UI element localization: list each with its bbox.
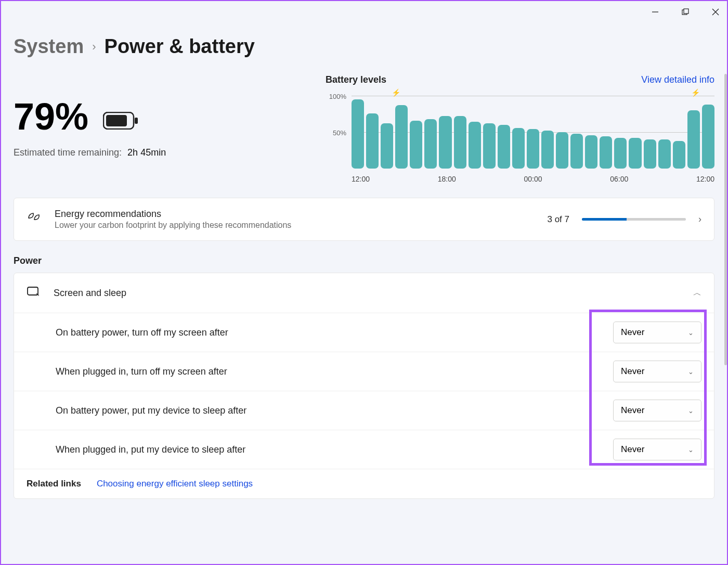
scrollbar[interactable] <box>724 74 727 365</box>
chart-xlabel: 00:00 <box>524 175 542 183</box>
titlebar <box>1 1 727 23</box>
charging-icon: ⚡ <box>691 88 700 97</box>
chart-bar <box>498 125 510 169</box>
chart-bar <box>424 119 437 169</box>
chart-bar <box>629 138 641 169</box>
energy-subtitle: Lower your carbon footprint by applying … <box>55 221 535 230</box>
chart-bar <box>585 135 597 169</box>
dropdown-value: Never <box>621 444 644 455</box>
chart-xlabel: 12:00 <box>352 175 370 183</box>
related-link[interactable]: Choosing energy efficient sleep settings <box>97 479 253 489</box>
chevron-right-icon: › <box>92 40 96 54</box>
chart-bar <box>366 113 379 169</box>
chart-bar <box>644 139 656 169</box>
screen-sleep-expander: Screen and sleep ︿ On battery power, tur… <box>14 273 714 499</box>
chart-bar <box>454 116 466 169</box>
battery-chart: Battery levels View detailed info 100% 5… <box>326 74 714 183</box>
setting-label: On battery power, turn off my screen aft… <box>56 327 613 338</box>
chart-bar <box>410 121 422 169</box>
maximize-button[interactable] <box>678 5 693 19</box>
chart-bar <box>395 105 408 169</box>
energy-count: 3 of 7 <box>547 214 569 225</box>
charging-icon: ⚡ <box>392 88 400 97</box>
screen-off-battery-dropdown[interactable]: Never ⌄ <box>613 322 701 343</box>
chart-bar <box>439 116 451 169</box>
minimize-button[interactable] <box>648 5 662 19</box>
chart-bar <box>570 134 583 169</box>
screen-sleep-header[interactable]: Screen and sleep ︿ <box>14 273 714 313</box>
battery-icon <box>103 95 138 138</box>
chart-bar <box>352 99 364 169</box>
dropdown-value: Never <box>621 366 644 377</box>
chart-bar <box>687 110 700 169</box>
power-section-label: Power <box>14 255 714 266</box>
chart-title: Battery levels <box>326 74 386 85</box>
dropdown-value: Never <box>621 405 644 416</box>
chart-bar <box>614 138 627 169</box>
breadcrumb-parent[interactable]: System <box>14 35 84 58</box>
chevron-up-icon: ︿ <box>693 288 701 299</box>
chart-bar <box>600 136 612 169</box>
screen-icon <box>27 285 41 301</box>
sleep-plugged-dropdown[interactable]: Never ⌄ <box>613 439 701 460</box>
svg-rect-7 <box>135 118 138 124</box>
screen-sleep-title: Screen and sleep <box>54 288 681 299</box>
screen-off-plugged-dropdown[interactable]: Never ⌄ <box>613 361 701 382</box>
battery-status: 79% Estimated time remaining: 2h 45min <box>14 74 305 158</box>
chart-xlabel: 12:00 <box>696 175 714 183</box>
chart-xlabel: 18:00 <box>438 175 456 183</box>
sleep-battery-dropdown[interactable]: Never ⌄ <box>613 400 701 421</box>
chart-bar <box>483 123 496 169</box>
chart-bar <box>556 132 568 169</box>
close-button[interactable] <box>708 5 723 19</box>
dropdown-value: Never <box>621 327 644 338</box>
chart-bar <box>673 141 685 169</box>
breadcrumb: System › Power & battery <box>14 35 714 58</box>
related-label: Related links <box>27 479 81 489</box>
setting-row: When plugged in, turn off my screen afte… <box>14 352 714 391</box>
setting-label: When plugged in, put my device to sleep … <box>56 444 613 455</box>
svg-rect-6 <box>106 115 127 126</box>
energy-recommendations-card[interactable]: Energy recommendations Lower your carbon… <box>14 198 714 241</box>
chevron-down-icon: ⌄ <box>688 329 694 337</box>
chart-xlabel: 06:00 <box>610 175 628 183</box>
chart-ylabel: 100% <box>329 93 346 100</box>
energy-progress <box>582 218 686 221</box>
svg-rect-2 <box>684 9 688 14</box>
chart-bar <box>658 139 671 169</box>
estimated-value: 2h 45min <box>127 147 166 158</box>
battery-percent: 79% <box>14 95 88 138</box>
estimated-label: Estimated time remaining: <box>14 147 122 158</box>
chart-bar <box>469 122 481 169</box>
chart-bar <box>702 105 714 169</box>
setting-label: When plugged in, turn off my screen afte… <box>56 366 613 377</box>
setting-row: On battery power, turn off my screen aft… <box>14 313 714 352</box>
chevron-down-icon: ⌄ <box>688 407 694 415</box>
setting-row: When plugged in, put my device to sleep … <box>14 430 714 469</box>
chevron-right-icon: › <box>698 214 701 225</box>
related-links-row: Related links Choosing energy efficient … <box>14 469 714 498</box>
leaf-icon <box>27 211 42 228</box>
energy-title: Energy recommendations <box>55 209 535 220</box>
chevron-down-icon: ⌄ <box>688 368 694 376</box>
chart-bar <box>541 131 554 169</box>
chart-bar <box>381 123 393 169</box>
page-title: Power & battery <box>105 35 255 58</box>
chevron-down-icon: ⌄ <box>688 446 694 454</box>
chart-ylabel: 50% <box>333 129 346 137</box>
view-detailed-link[interactable]: View detailed info <box>641 74 714 85</box>
setting-row: On battery power, put my device to sleep… <box>14 391 714 430</box>
setting-label: On battery power, put my device to sleep… <box>56 405 613 416</box>
chart-bar <box>527 129 539 169</box>
chart-bar <box>512 128 525 169</box>
